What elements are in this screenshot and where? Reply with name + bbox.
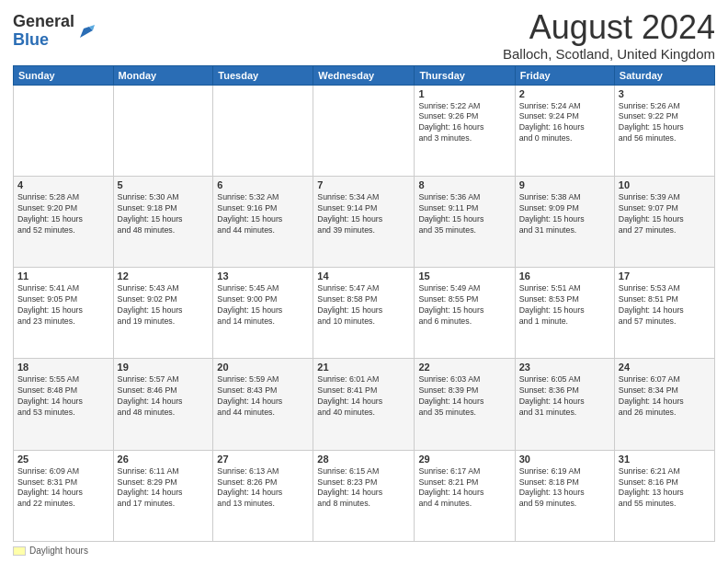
calendar-subtitle: Balloch, Scotland, United Kingdom: [503, 46, 715, 62]
day-number: 10: [619, 179, 711, 190]
day-number: 15: [418, 270, 510, 282]
calendar-cell: 23Sunrise: 6:05 AMSunset: 8:36 PMDayligh…: [515, 359, 614, 450]
col-header-tuesday: Tuesday: [213, 65, 313, 85]
calendar-cell: 7Sunrise: 5:34 AMSunset: 9:14 PMDaylight…: [313, 176, 415, 267]
calendar-cell: [313, 85, 415, 176]
day-detail: Sunrise: 6:11 AMSunset: 8:29 PMDaylight:…: [118, 466, 210, 511]
col-header-sunday: Sunday: [14, 65, 114, 85]
week-row-1: 1Sunrise: 5:22 AMSunset: 9:26 PMDaylight…: [14, 85, 715, 176]
footer: Daylight hours: [13, 546, 715, 556]
calendar-cell: 16Sunrise: 5:51 AMSunset: 8:53 PMDayligh…: [515, 268, 614, 359]
day-detail: Sunrise: 5:53 AMSunset: 8:51 PMDaylight:…: [619, 283, 711, 327]
logo-blue: Blue: [13, 30, 49, 49]
calendar-cell: 13Sunrise: 5:45 AMSunset: 9:00 PMDayligh…: [213, 268, 313, 359]
day-detail: Sunrise: 5:49 AMSunset: 8:55 PMDaylight:…: [418, 283, 510, 327]
day-detail: Sunrise: 5:30 AMSunset: 9:18 PMDaylight:…: [118, 192, 210, 236]
day-detail: Sunrise: 6:21 AMSunset: 8:16 PMDaylight:…: [619, 466, 711, 511]
logo-general: General: [13, 12, 74, 30]
calendar-cell: 28Sunrise: 6:15 AMSunset: 8:23 PMDayligh…: [313, 450, 415, 541]
day-number: 20: [217, 362, 309, 373]
day-detail: Sunrise: 6:15 AMSunset: 8:23 PMDaylight:…: [317, 466, 410, 511]
day-detail: Sunrise: 5:24 AMSunset: 9:24 PMDaylight:…: [519, 101, 610, 145]
day-detail: Sunrise: 5:43 AMSunset: 9:02 PMDaylight:…: [118, 283, 210, 327]
calendar-cell: 15Sunrise: 5:49 AMSunset: 8:55 PMDayligh…: [415, 268, 515, 359]
day-number: 3: [619, 88, 711, 99]
day-number: 1: [418, 88, 510, 99]
day-detail: Sunrise: 5:55 AMSunset: 8:48 PMDaylight:…: [17, 374, 109, 419]
col-header-monday: Monday: [113, 65, 213, 85]
day-number: 6: [217, 179, 309, 190]
calendar-table: SundayMondayTuesdayWednesdayThursdayFrid…: [13, 65, 715, 542]
day-detail: Sunrise: 6:19 AMSunset: 8:18 PMDaylight:…: [519, 466, 610, 511]
calendar-cell: 8Sunrise: 5:36 AMSunset: 9:11 PMDaylight…: [415, 176, 515, 267]
calendar-cell: 3Sunrise: 5:26 AMSunset: 9:22 PMDaylight…: [614, 85, 714, 176]
calendar-cell: 2Sunrise: 5:24 AMSunset: 9:24 PMDaylight…: [515, 85, 614, 176]
calendar-cell: 14Sunrise: 5:47 AMSunset: 8:58 PMDayligh…: [313, 268, 415, 359]
calendar-cell: 25Sunrise: 6:09 AMSunset: 8:31 PMDayligh…: [14, 450, 114, 541]
week-row-4: 18Sunrise: 5:55 AMSunset: 8:48 PMDayligh…: [14, 359, 715, 450]
calendar-cell: 12Sunrise: 5:43 AMSunset: 9:02 PMDayligh…: [113, 268, 213, 359]
col-header-wednesday: Wednesday: [313, 65, 415, 85]
day-number: 13: [217, 270, 309, 282]
calendar-cell: [14, 85, 114, 176]
day-number: 7: [317, 179, 410, 190]
day-number: 22: [418, 362, 510, 373]
day-number: 14: [317, 270, 410, 282]
calendar-cell: 19Sunrise: 5:57 AMSunset: 8:46 PMDayligh…: [113, 359, 213, 450]
logo-icon: [76, 21, 97, 41]
day-detail: Sunrise: 5:47 AMSunset: 8:58 PMDaylight:…: [317, 283, 410, 327]
day-number: 30: [519, 454, 610, 465]
calendar-cell: 10Sunrise: 5:39 AMSunset: 9:07 PMDayligh…: [614, 176, 714, 267]
day-detail: Sunrise: 5:59 AMSunset: 8:43 PMDaylight:…: [217, 374, 309, 419]
day-number: 18: [17, 362, 109, 373]
calendar-cell: [113, 85, 213, 176]
day-number: 24: [619, 362, 711, 373]
day-number: 29: [418, 454, 510, 465]
day-detail: Sunrise: 5:34 AMSunset: 9:14 PMDaylight:…: [317, 192, 410, 236]
week-row-5: 25Sunrise: 6:09 AMSunset: 8:31 PMDayligh…: [14, 450, 715, 541]
day-detail: Sunrise: 6:03 AMSunset: 8:39 PMDaylight:…: [418, 374, 510, 419]
week-row-2: 4Sunrise: 5:28 AMSunset: 9:20 PMDaylight…: [14, 176, 715, 267]
day-detail: Sunrise: 6:17 AMSunset: 8:21 PMDaylight:…: [418, 466, 510, 511]
day-number: 8: [418, 179, 510, 190]
day-detail: Sunrise: 5:39 AMSunset: 9:07 PMDaylight:…: [619, 192, 711, 236]
day-detail: Sunrise: 5:57 AMSunset: 8:46 PMDaylight:…: [118, 374, 210, 419]
day-number: 26: [118, 454, 210, 465]
day-number: 2: [519, 88, 610, 99]
day-number: 25: [17, 454, 109, 465]
calendar-cell: 5Sunrise: 5:30 AMSunset: 9:18 PMDaylight…: [113, 176, 213, 267]
calendar-cell: [213, 85, 313, 176]
calendar-cell: 6Sunrise: 5:32 AMSunset: 9:16 PMDaylight…: [213, 176, 313, 267]
day-detail: Sunrise: 5:45 AMSunset: 9:00 PMDaylight:…: [217, 283, 309, 327]
col-header-saturday: Saturday: [614, 65, 714, 85]
day-detail: Sunrise: 5:51 AMSunset: 8:53 PMDaylight:…: [519, 283, 610, 327]
header: General Blue August 2024 Balloch, Scotla…: [13, 9, 715, 62]
day-number: 31: [619, 454, 711, 465]
logo-text: General Blue: [13, 13, 74, 50]
day-detail: Sunrise: 6:05 AMSunset: 8:36 PMDaylight:…: [519, 374, 610, 419]
day-detail: Sunrise: 5:38 AMSunset: 9:09 PMDaylight:…: [519, 192, 610, 236]
calendar-cell: 17Sunrise: 5:53 AMSunset: 8:51 PMDayligh…: [614, 268, 714, 359]
week-row-3: 11Sunrise: 5:41 AMSunset: 9:05 PMDayligh…: [14, 268, 715, 359]
logo: General Blue: [13, 13, 97, 50]
day-detail: Sunrise: 5:36 AMSunset: 9:11 PMDaylight:…: [418, 192, 510, 236]
day-number: 4: [17, 179, 109, 190]
day-detail: Sunrise: 5:41 AMSunset: 9:05 PMDaylight:…: [17, 283, 109, 327]
day-detail: Sunrise: 5:32 AMSunset: 9:16 PMDaylight:…: [217, 192, 309, 236]
footer-label: Daylight hours: [29, 546, 88, 556]
calendar-cell: 27Sunrise: 6:13 AMSunset: 8:26 PMDayligh…: [213, 450, 313, 541]
calendar-cell: 21Sunrise: 6:01 AMSunset: 8:41 PMDayligh…: [313, 359, 415, 450]
header-row: SundayMondayTuesdayWednesdayThursdayFrid…: [14, 65, 715, 85]
day-detail: Sunrise: 6:09 AMSunset: 8:31 PMDaylight:…: [17, 466, 109, 511]
calendar-cell: 9Sunrise: 5:38 AMSunset: 9:09 PMDaylight…: [515, 176, 614, 267]
day-number: 12: [118, 270, 210, 282]
day-detail: Sunrise: 6:13 AMSunset: 8:26 PMDaylight:…: [217, 466, 309, 511]
day-number: 23: [519, 362, 610, 373]
calendar-cell: 20Sunrise: 5:59 AMSunset: 8:43 PMDayligh…: [213, 359, 313, 450]
day-number: 21: [317, 362, 410, 373]
calendar-cell: 30Sunrise: 6:19 AMSunset: 8:18 PMDayligh…: [515, 450, 614, 541]
calendar-cell: 4Sunrise: 5:28 AMSunset: 9:20 PMDaylight…: [14, 176, 114, 267]
day-detail: Sunrise: 5:26 AMSunset: 9:22 PMDaylight:…: [619, 101, 711, 145]
day-number: 19: [118, 362, 210, 373]
day-detail: Sunrise: 6:01 AMSunset: 8:41 PMDaylight:…: [317, 374, 410, 419]
